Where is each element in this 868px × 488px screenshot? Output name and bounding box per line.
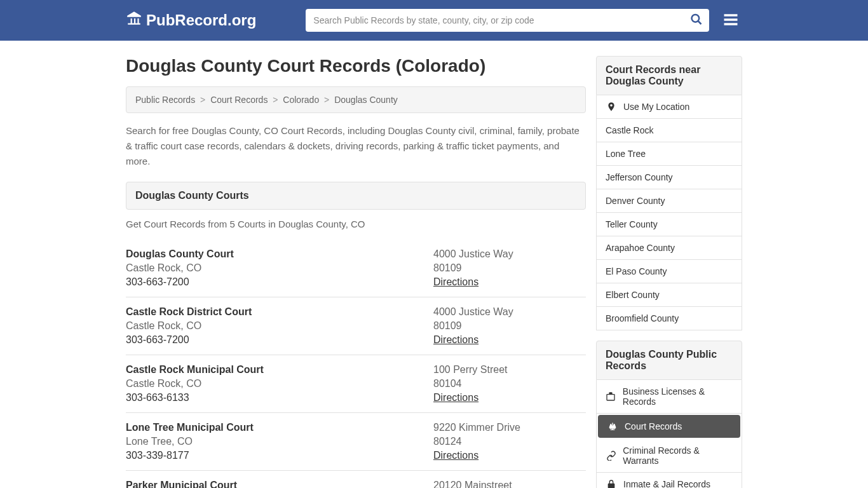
breadcrumb: Public Records > Court Records > Colorad… xyxy=(126,86,586,113)
sidebar-near-list: Use My LocationCastle RockLone TreeJeffe… xyxy=(596,95,742,330)
menu-icon xyxy=(722,11,740,29)
sidebar-public-list: Business Licenses & RecordsCourt Records… xyxy=(596,380,742,488)
svg-line-1 xyxy=(698,21,702,24)
sidebar-near-item[interactable]: Lone Tree xyxy=(597,142,742,166)
logo[interactable]: PubRecord.org xyxy=(126,10,256,30)
court-address: 20120 Mainstreet xyxy=(433,480,586,488)
court-item: Parker Municipal Court Parker, CO 303-80… xyxy=(126,471,586,488)
breadcrumb-link[interactable]: Public Records xyxy=(135,95,195,105)
court-name: Parker Municipal Court xyxy=(126,480,433,488)
court-left: Douglas County Court Castle Rock, CO 303… xyxy=(126,248,433,288)
court-name: Lone Tree Municipal Court xyxy=(126,422,433,433)
page-title: Douglas County Court Records (Colorado) xyxy=(126,56,586,76)
intro-text: Search for free Douglas County, CO Court… xyxy=(126,123,586,169)
use-my-location-label: Use My Location xyxy=(623,102,689,112)
container: Douglas County Court Records (Colorado) … xyxy=(126,41,742,488)
sidebar-near-header: Court Records near Douglas County xyxy=(596,56,742,95)
sidebar-public-item[interactable]: Business Licenses & Records xyxy=(597,380,742,414)
breadcrumb-separator: > xyxy=(200,95,205,105)
court-address: 4000 Justice Way xyxy=(433,306,586,318)
court-right: 4000 Justice Way 80109 Directions xyxy=(433,306,586,346)
sidebar-public-item[interactable]: Inmate & Jail Records xyxy=(597,473,742,488)
search-input[interactable] xyxy=(306,9,709,32)
header: PubRecord.org xyxy=(0,0,868,41)
court-right: 4000 Justice Way 80109 Directions xyxy=(433,248,586,288)
court-directions-link[interactable]: Directions xyxy=(433,392,478,403)
link-icon xyxy=(606,451,616,461)
breadcrumb-separator: > xyxy=(273,95,278,105)
court-left: Castle Rock District Court Castle Rock, … xyxy=(126,306,433,346)
court-right: 100 Perry Street 80104 Directions xyxy=(433,364,586,403)
sidebar-public-item[interactable]: Court Records xyxy=(598,415,740,438)
court-phone[interactable]: 303-663-7200 xyxy=(126,334,433,346)
courts-section-header: Douglas County Courts xyxy=(126,182,586,210)
sidebar-near-item[interactable]: Denver County xyxy=(597,189,742,213)
sidebar-public-header: Douglas County Public Records xyxy=(596,341,742,380)
court-location: Castle Rock, CO xyxy=(126,320,433,332)
court-directions-link[interactable]: Directions xyxy=(433,334,478,345)
court-item: Douglas County Court Castle Rock, CO 303… xyxy=(126,240,586,297)
breadcrumb-separator: > xyxy=(324,95,329,105)
scales-icon xyxy=(607,421,618,431)
svg-point-0 xyxy=(692,15,700,22)
sidebar: Court Records near Douglas County Use My… xyxy=(596,56,742,488)
court-name: Douglas County Court xyxy=(126,248,433,260)
sidebar-public-box: Douglas County Public Records Business L… xyxy=(596,341,742,488)
search-button[interactable] xyxy=(688,11,705,30)
court-right: 9220 Kimmer Drive 80124 Directions xyxy=(433,422,586,461)
court-zip: 80109 xyxy=(433,320,586,332)
sidebar-near-item[interactable]: Castle Rock xyxy=(597,119,742,142)
sidebar-near-item[interactable]: Teller County xyxy=(597,213,742,236)
header-inner: PubRecord.org xyxy=(126,8,742,33)
building-icon xyxy=(126,10,142,30)
sidebar-near-item[interactable]: Jefferson County xyxy=(597,166,742,189)
court-zip: 80104 xyxy=(433,378,586,390)
main-content: Douglas County Court Records (Colorado) … xyxy=(126,56,586,488)
courts-section-subtext: Get Court Records from 5 Courts in Dougl… xyxy=(126,219,586,229)
briefcase-icon xyxy=(606,391,616,402)
court-right: 20120 Mainstreet 80138 Directions xyxy=(433,480,586,488)
court-left: Castle Rock Municipal Court Castle Rock,… xyxy=(126,364,433,403)
sidebar-near-item[interactable]: Broomfield County xyxy=(597,307,742,330)
court-phone[interactable]: 303-663-6133 xyxy=(126,392,433,403)
court-address: 100 Perry Street xyxy=(433,364,586,376)
court-address: 4000 Justice Way xyxy=(433,248,586,260)
breadcrumb-current: Douglas County xyxy=(334,95,398,105)
breadcrumb-link[interactable]: Colorado xyxy=(283,95,319,105)
sidebar-near-item[interactable]: El Paso County xyxy=(597,260,742,283)
court-phone[interactable]: 303-339-8177 xyxy=(126,450,433,461)
court-directions-link[interactable]: Directions xyxy=(433,276,478,287)
court-address: 9220 Kimmer Drive xyxy=(433,422,586,433)
court-name: Castle Rock District Court xyxy=(126,306,433,318)
search-icon xyxy=(690,13,703,26)
court-zip: 80109 xyxy=(433,262,586,274)
sidebar-near-item[interactable]: Elbert County xyxy=(597,283,742,307)
court-name: Castle Rock Municipal Court xyxy=(126,364,433,376)
court-location: Lone Tree, CO xyxy=(126,436,433,447)
logo-text: PubRecord.org xyxy=(146,11,256,29)
court-location: Castle Rock, CO xyxy=(126,262,433,274)
court-directions-link[interactable]: Directions xyxy=(433,450,478,461)
court-zip: 80124 xyxy=(433,436,586,447)
court-phone[interactable]: 303-663-7200 xyxy=(126,276,433,288)
sidebar-near-box: Court Records near Douglas County Use My… xyxy=(596,56,742,330)
courts-list: Douglas County Court Castle Rock, CO 303… xyxy=(126,240,586,488)
court-item: Lone Tree Municipal Court Lone Tree, CO … xyxy=(126,413,586,471)
court-left: Lone Tree Municipal Court Lone Tree, CO … xyxy=(126,422,433,461)
sidebar-public-label: Business Licenses & Records xyxy=(623,386,733,407)
sidebar-public-item[interactable]: Criminal Records & Warrants xyxy=(597,439,742,473)
court-item: Castle Rock District Court Castle Rock, … xyxy=(126,297,586,355)
sidebar-public-label: Court Records xyxy=(625,421,682,431)
sidebar-near-item[interactable]: Arapahoe County xyxy=(597,236,742,260)
lock-icon xyxy=(606,479,617,488)
court-item: Castle Rock Municipal Court Castle Rock,… xyxy=(126,355,586,413)
court-left: Parker Municipal Court Parker, CO 303-80… xyxy=(126,480,433,488)
court-location: Castle Rock, CO xyxy=(126,378,433,390)
use-my-location[interactable]: Use My Location xyxy=(597,95,742,119)
search-wrap xyxy=(306,9,709,32)
sidebar-public-label: Inmate & Jail Records xyxy=(623,479,710,488)
location-icon xyxy=(606,102,617,112)
breadcrumb-link[interactable]: Court Records xyxy=(210,95,268,105)
menu-button[interactable] xyxy=(719,8,742,33)
sidebar-public-label: Criminal Records & Warrants xyxy=(623,445,733,466)
